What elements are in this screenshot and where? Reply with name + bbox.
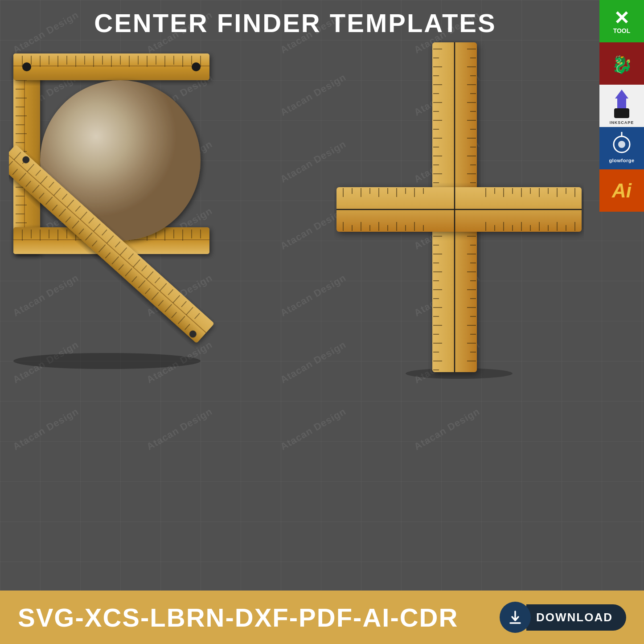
- watermark: Atacan Design: [279, 406, 349, 452]
- svg-text:INKSCAPE: INKSCAPE: [610, 120, 634, 125]
- right-sidebar: ✕ TOOL 🐉 INKSCAPE: [599, 0, 644, 591]
- sidebar-item-glowforge[interactable]: glowforge: [599, 127, 644, 169]
- inkscape-icon: INKSCAPE: [602, 86, 642, 126]
- glowforge-icon: glowforge: [602, 128, 642, 168]
- bottom-bar: SVG-XCS-LBRN-DXF-PDF-AI-CDR DOWNLOAD: [0, 591, 644, 644]
- watermark: Atacan Design: [412, 406, 482, 452]
- svg-point-60: [192, 62, 201, 71]
- format-text: SVG-XCS-LBRN-DXF-PDF-AI-CDR: [18, 603, 458, 632]
- svg-text:glowforge: glowforge: [609, 158, 634, 163]
- download-label: DOWNLOAD: [536, 611, 613, 624]
- xtool-x-icon: ✕: [614, 9, 629, 28]
- sidebar-item-xtool[interactable]: ✕ TOOL: [599, 0, 644, 42]
- svg-text:🐉: 🐉: [611, 54, 633, 75]
- page-title: CENTER FINDER TEMPLATES: [0, 8, 591, 38]
- watermark: Atacan Design: [145, 406, 215, 452]
- right-tool-svg: [334, 40, 584, 379]
- svg-rect-4: [614, 108, 629, 118]
- main-container: Atacan Design Atacan Design Atacan Desig…: [0, 0, 644, 644]
- sidebar-item-dragon[interactable]: 🐉: [599, 42, 644, 85]
- sidebar-item-ai[interactable]: Ai: [599, 169, 644, 212]
- svg-point-8: [618, 141, 625, 148]
- download-button[interactable]: DOWNLOAD: [526, 604, 626, 631]
- ai-label: Ai: [612, 180, 632, 202]
- svg-point-59: [22, 62, 31, 71]
- sidebar-item-inkscape[interactable]: INKSCAPE: [599, 85, 644, 127]
- left-tool-svg: [9, 49, 258, 370]
- xtool-label: TOOL: [613, 28, 631, 34]
- dragon-icon: 🐉: [606, 48, 637, 79]
- watermark: Atacan Design: [11, 406, 81, 452]
- svg-point-11: [13, 353, 201, 369]
- download-icon: [507, 609, 524, 626]
